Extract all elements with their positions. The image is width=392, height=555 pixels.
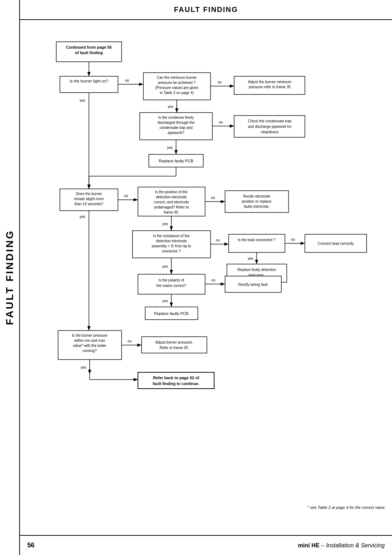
- svg-text:no: no: [124, 194, 128, 198]
- svg-text:yes: yes: [79, 215, 85, 219]
- svg-text:no: no: [219, 120, 223, 124]
- svg-text:pressure be achieved ?: pressure be achieved ?: [158, 81, 196, 85]
- svg-text:pressure refer to frame 35: pressure refer to frame 35: [249, 85, 291, 89]
- svg-text:yes: yes: [162, 222, 168, 226]
- svg-text:value* with the boiler: value* with the boiler: [73, 344, 107, 348]
- page-title: FAULT FINDING: [174, 5, 238, 14]
- svg-text:position or replace: position or replace: [242, 199, 271, 203]
- svg-text:running?: running?: [83, 349, 97, 353]
- svg-text:Check the condensate trap: Check the condensate trap: [248, 119, 291, 123]
- svg-text:assembly < 5!  from tip to: assembly < 5! from tip to: [151, 244, 191, 248]
- svg-rect-69: [229, 234, 285, 252]
- sidebar-label: FAULT FINDING: [4, 230, 16, 325]
- svg-text:condensate trap and: condensate trap and: [159, 126, 192, 130]
- svg-text:undamaged? Refer to: undamaged? Refer to: [154, 205, 189, 209]
- svg-text:Rectify wiring fault: Rectify wiring fault: [238, 283, 268, 287]
- svg-text:correct, and electrode: correct, and electrode: [154, 200, 189, 204]
- svg-rect-109: [138, 372, 214, 389]
- page-footer: 56 mini HE – Installation & Servicing: [20, 535, 392, 555]
- svg-text:remain alight more: remain alight more: [74, 197, 104, 201]
- page-header: FAULT FINDING: [20, 0, 392, 20]
- svg-text:fault finding to continue.: fault finding to continue.: [153, 381, 199, 386]
- svg-text:Replace faulty PCB: Replace faulty PCB: [154, 311, 188, 316]
- svg-text:Adjust burner pressure.: Adjust burner pressure.: [155, 340, 193, 344]
- svg-text:(Pressure values are given: (Pressure values are given: [155, 86, 199, 90]
- svg-text:Is the condense freely: Is the condense freely: [158, 116, 194, 119]
- svg-text:yes: yes: [162, 299, 168, 303]
- svg-text:detection electrode: detection electrode: [156, 195, 187, 199]
- svg-text:cleanliness: cleanliness: [261, 130, 278, 134]
- svg-text:Is the polarity of: Is the polarity of: [159, 278, 184, 282]
- svg-text:of fault finding: of fault finding: [75, 50, 103, 55]
- svg-text:than 10 seconds?: than 10 seconds?: [75, 202, 103, 206]
- svg-text:Adjust the burner minimum: Adjust the burner minimum: [248, 80, 291, 84]
- page-container: FAULT FINDING FAULT FINDING Continued fr…: [0, 0, 392, 555]
- svg-text:Replace faulty PCB: Replace faulty PCB: [159, 159, 193, 163]
- svg-text:no: no: [125, 78, 129, 82]
- svg-text:pipework?: pipework?: [168, 131, 184, 135]
- svg-text:no: no: [217, 80, 222, 84]
- svg-text:no: no: [216, 238, 220, 242]
- svg-text:detection electrode: detection electrode: [156, 239, 187, 243]
- svg-text:Connect lead correctly: Connect lead correctly: [318, 242, 354, 246]
- svg-text:no: no: [211, 196, 215, 200]
- svg-text:yes: yes: [167, 146, 173, 150]
- svg-text:no: no: [291, 238, 295, 242]
- footnote: * see Table 2 at page 4 for the correct …: [307, 505, 385, 510]
- svg-text:the mains correct?: the mains correct?: [156, 284, 187, 288]
- svg-text:yes: yes: [248, 256, 253, 260]
- svg-text:Refer to frame 35.: Refer to frame 35.: [160, 346, 189, 350]
- svg-text:Is the burner light on?: Is the burner light on?: [70, 79, 108, 83]
- svg-text:within min and max: within min and max: [74, 339, 105, 343]
- svg-text:Refer back to page 52 of: Refer back to page 52 of: [153, 376, 199, 380]
- svg-text:yes: yes: [81, 365, 86, 369]
- footer-brand: mini HE – Installation & Servicing: [298, 542, 385, 549]
- flowchart-container: Continued from page 55 of fault finding …: [20, 20, 392, 535]
- svg-rect-102: [142, 337, 207, 353]
- svg-text:Rectify electrode: Rectify electrode: [243, 194, 270, 198]
- svg-text:Is the resistance of the: Is the resistance of the: [153, 234, 190, 238]
- svg-text:faulty electrode.: faulty electrode.: [244, 204, 270, 208]
- svg-text:Does the burner: Does the burner: [76, 192, 102, 196]
- svg-text:Is the position of the: Is the position of the: [155, 190, 188, 194]
- svg-text:Continued from page 55: Continued from page 55: [66, 45, 112, 49]
- svg-text:Is the burner pressure: Is the burner pressure: [72, 333, 107, 337]
- svg-text:yes: yes: [168, 105, 173, 109]
- svg-text:Replace faulty detection: Replace faulty detection: [237, 268, 276, 272]
- svg-text:connector ?: connector ?: [162, 249, 181, 253]
- svg-text:Is the lead connected ?: Is the lead connected ?: [238, 238, 275, 242]
- sidebar: FAULT FINDING: [0, 0, 20, 555]
- svg-text:no: no: [211, 278, 216, 282]
- svg-text:yes: yes: [162, 264, 168, 268]
- footer-page-number: 56: [27, 542, 34, 549]
- svg-text:no: no: [127, 339, 132, 343]
- svg-text:yes: yes: [79, 98, 85, 102]
- svg-text:in Table 2 on page 4): in Table 2 on page 4): [160, 91, 193, 95]
- main-content: Continued from page 55 of fault finding …: [20, 20, 392, 535]
- svg-text:frame 49.: frame 49.: [164, 210, 179, 214]
- svg-text:discharged through the: discharged through the: [158, 121, 195, 125]
- svg-text:and discharge pipework for: and discharge pipework for: [248, 125, 292, 129]
- svg-text:Can the minimum burner: Can the minimum burner: [157, 76, 197, 80]
